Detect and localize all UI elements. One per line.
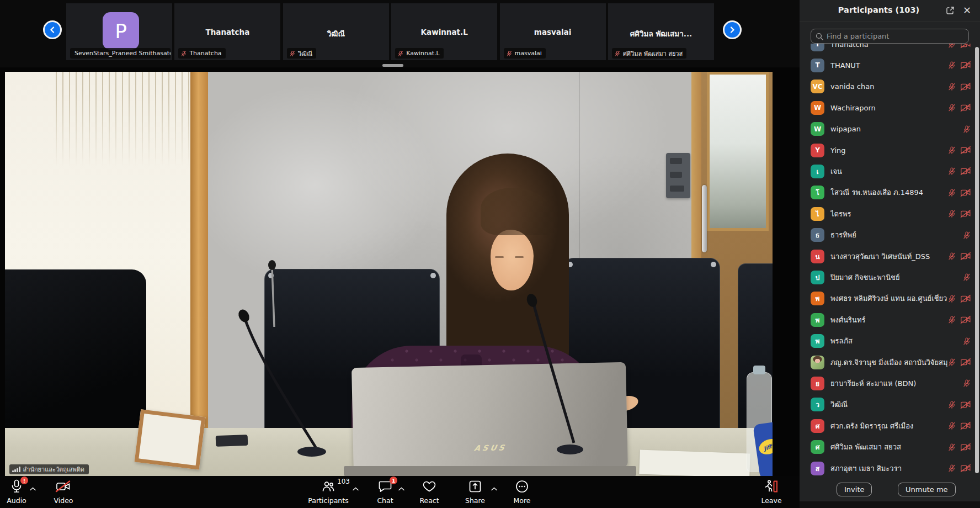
- filmstrip-tile[interactable]: วิฒิณีวิฒิณี: [283, 3, 389, 60]
- participant-row[interactable]: ธธารทิพย์: [800, 225, 980, 246]
- participant-row[interactable]: ววิฒิณี: [800, 394, 980, 415]
- chat-unread-badge: 1: [390, 477, 397, 484]
- video-button[interactable]: Video: [37, 479, 90, 505]
- tile-name-badge: ศศิวิมล พัฒเสมา สยวส: [612, 48, 686, 59]
- participant-row[interactable]: สสภาอุตฯ เมธา สิมะวรา: [800, 458, 980, 477]
- unmute-me-button[interactable]: Unmute me: [898, 483, 956, 496]
- participant-name: Ying: [830, 146, 947, 155]
- participant-row[interactable]: นนางสาวสุวัฒนา วิเศษนันท์_DSS: [800, 246, 980, 267]
- filmstrip-tile[interactable]: ศศิวิมล พัฒเสมา...ศศิวิมล พัฒเสมา สยวส: [608, 3, 714, 60]
- participant-avatar: พ: [811, 334, 824, 348]
- leave-button[interactable]: Leave: [745, 479, 798, 505]
- participant-row[interactable]: ปปิยมาศ กิจชนะพานิชย์: [800, 267, 980, 288]
- participants-button[interactable]: 103 Participants: [302, 479, 355, 505]
- filmstrip-tile[interactable]: masvalaimasvalai: [500, 3, 606, 60]
- participant-row[interactable]: พพงศธร หลิมศิริวงษ์ แทน ผอ.ศูนย์เชี่ยวชา…: [800, 288, 980, 309]
- participants-panel-header: Participants (103) ✕: [800, 0, 980, 22]
- filmstrip-tile[interactable]: PSevenStars_Praneed Smithasate: [66, 3, 172, 60]
- muted-mic-icon: [947, 421, 956, 430]
- muted-mic-icon: [962, 125, 971, 134]
- participant-search-box[interactable]: [811, 29, 969, 44]
- audio-options-caret[interactable]: [30, 483, 36, 493]
- participant-row[interactable]: WWachiraporn: [800, 97, 980, 118]
- leaning-frame: [135, 409, 206, 470]
- muted-mic-icon: [947, 61, 956, 70]
- participant-name: นางสาวสุวัฒนา วิเศษนันท์_DSS: [830, 251, 947, 262]
- participants-panel: Participants (103) ✕ TThanatchaTTHANUTVC…: [800, 0, 980, 508]
- tile-name-badge: วิฒิณี: [287, 48, 316, 59]
- participant-name: พงศ์นรินทร์: [830, 314, 947, 326]
- participant-name: เจน: [830, 166, 947, 177]
- participant-name: ภญ.ดร.จิรานุช มิ่งเมือง สถาบันวิจัยสมุนไ…: [830, 357, 947, 368]
- tile-name-badge: SevenStars_Praneed Smithasate: [70, 48, 171, 59]
- camera-off-icon: [960, 146, 971, 155]
- filmstrip-prev-button[interactable]: [43, 20, 62, 39]
- muted-mic-icon: [397, 50, 404, 57]
- participant-row[interactable]: โโสวณี รพ.หนองเสือ ภ.14894: [800, 182, 980, 203]
- participant-photo-avatar: [811, 356, 824, 369]
- more-button[interactable]: More: [496, 479, 548, 505]
- filmstrip-scrollbar[interactable]: [382, 64, 403, 67]
- camera-off-icon: [960, 44, 971, 49]
- participants-label: Participants: [302, 496, 355, 505]
- tile-name-badge: masvalai: [504, 48, 546, 59]
- participant-row[interactable]: ยยาบารียะห์ สะมาแห (BDN): [800, 373, 980, 394]
- filmstrip-tile[interactable]: Kawinnat.LKawinnat.L: [391, 3, 497, 60]
- share-label: Share: [449, 496, 502, 505]
- participant-row[interactable]: พพงศ์นรินทร์: [800, 309, 980, 330]
- participant-row[interactable]: ไไตรพร: [800, 203, 980, 224]
- participants-options-caret[interactable]: [353, 483, 359, 493]
- camera-off-icon: [960, 358, 971, 367]
- muted-mic-icon: [947, 146, 956, 155]
- participant-name: ศศิวิมล พัฒเสมา สยวส: [830, 441, 947, 453]
- participant-row[interactable]: เเจน: [800, 161, 980, 182]
- camera-off-icon: [960, 443, 971, 452]
- filmstrip-next-button[interactable]: [723, 20, 742, 39]
- participant-row[interactable]: VCvanida chan: [800, 76, 980, 97]
- participant-avatar: ไ: [811, 207, 824, 221]
- participants-scrollbar[interactable]: [975, 47, 979, 473]
- camera-off-icon: [960, 103, 971, 112]
- camera-off-icon: [960, 188, 971, 197]
- close-panel-icon[interactable]: ✕: [963, 4, 971, 17]
- participants-panel-title: Participants (103): [822, 6, 936, 14]
- muted-mic-icon: [947, 358, 956, 367]
- invite-button[interactable]: Invite: [837, 483, 872, 496]
- participant-avatar: โ: [811, 186, 824, 199]
- filmstrip-tile[interactable]: ThanatchaThanatcha: [174, 3, 280, 60]
- leave-label: Leave: [745, 496, 798, 505]
- participant-row[interactable]: ศศวก.ตรัง มิตรารุณ ศรีเมือง: [800, 415, 980, 436]
- participant-row[interactable]: TTHANUT: [800, 55, 980, 76]
- tile-name-badge: Thanatcha: [178, 48, 225, 59]
- participant-row[interactable]: ภญ.ดร.จิรานุช มิ่งเมือง สถาบันวิจัยสมุนไ…: [800, 352, 980, 373]
- participant-row[interactable]: ศศศิวิมล พัฒเสมา สยวส: [800, 437, 980, 458]
- chevron-right-icon: [729, 27, 736, 33]
- participant-avatar: T: [811, 44, 824, 51]
- tile-participant-name: Thanatcha: [174, 28, 280, 36]
- muted-mic-icon: [180, 50, 187, 57]
- active-speaker-video: ASUS Jiffy สำนักยาและวัตถุเสพติด: [5, 72, 773, 476]
- react-button[interactable]: React: [403, 479, 456, 505]
- video-label: Video: [37, 496, 90, 505]
- participant-row[interactable]: YYing: [800, 140, 980, 161]
- participant-avatar: เ: [811, 165, 824, 178]
- camera-off-icon: [960, 400, 971, 409]
- meeting-toolbar: ! Audio Video 103 Participants: [0, 476, 800, 508]
- muted-mic-icon: [962, 379, 971, 388]
- camera-off-icon: [960, 464, 971, 473]
- popout-panel-icon[interactable]: [946, 6, 955, 17]
- participant-avatar: ว: [811, 398, 824, 411]
- participant-row[interactable]: พพรลภัส: [800, 331, 980, 352]
- participants-list: TThanatchaTTHANUTVCvanida chanWWachirapo…: [800, 44, 980, 477]
- participant-row[interactable]: Wwipapan: [800, 119, 980, 140]
- participant-name: โสวณี รพ.หนองเสือ ภ.14894: [830, 187, 947, 198]
- muted-mic-icon: [947, 82, 956, 91]
- participant-avatar: ป: [811, 271, 824, 284]
- camera-off-icon: [960, 61, 971, 70]
- muted-mic-icon: [947, 294, 956, 303]
- participant-name: สภาอุตฯ เมธา สิมะวรา: [830, 463, 947, 474]
- participant-search-input[interactable]: [827, 32, 964, 40]
- participant-row[interactable]: TThanatcha: [800, 44, 980, 55]
- heart-icon: [422, 479, 436, 494]
- camera-off-icon: [960, 421, 971, 430]
